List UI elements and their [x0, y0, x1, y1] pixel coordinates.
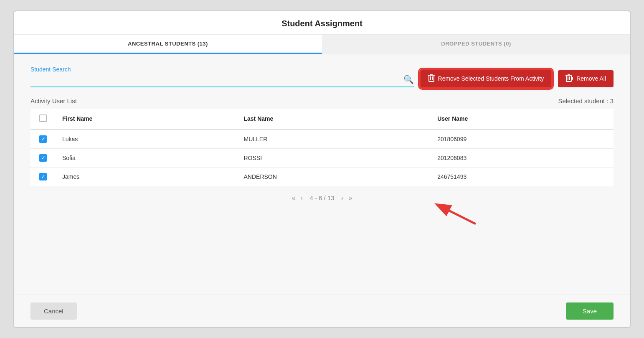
search-group: Student Search 🔍 — [30, 66, 414, 87]
pagination-range: 4 - 6 / 13 — [309, 194, 334, 201]
row-checkbox-cell: ✓ — [30, 130, 56, 149]
row-last-name: ANDERSON — [237, 167, 431, 186]
tab-ancestral-students[interactable]: ANCESTRAL STUDENTS (13) — [14, 35, 322, 54]
table-row: ✓JamesANDERSON246751493 — [30, 167, 614, 186]
content-area: Student Search 🔍 Remove Selected Student… — [14, 54, 630, 295]
row-checkbox-cell: ✓ — [30, 167, 56, 186]
search-label: Student Search — [30, 66, 414, 73]
remove-selected-button[interactable]: Remove Selected Students From Activity — [421, 70, 552, 87]
pagination: « ‹ 4 - 6 / 13 › » — [30, 186, 614, 206]
save-button[interactable]: Save — [566, 302, 614, 320]
row-checkbox[interactable]: ✓ — [39, 173, 47, 180]
list-header-row: Activity User List Selected student : 3 — [30, 97, 614, 104]
pagination-next[interactable]: › — [341, 194, 343, 201]
row-username: 201806099 — [431, 130, 614, 149]
row-checkbox[interactable]: ✓ — [39, 154, 47, 162]
search-icon[interactable]: 🔍 — [403, 74, 414, 84]
table-row: ✓SofiaROSSI201206083 — [30, 148, 614, 167]
remove-all-button[interactable]: Remove All — [558, 70, 614, 87]
list-title: Activity User List — [30, 97, 77, 104]
modal-footer: Cancel Save — [14, 295, 630, 327]
pagination-last[interactable]: » — [349, 194, 352, 201]
col-last-name: Last Name — [237, 109, 431, 130]
row-last-name: MULLER — [237, 130, 431, 149]
pagination-prev[interactable]: ‹ — [301, 194, 303, 201]
row-checkbox-cell: ✓ — [30, 148, 56, 167]
svg-rect-2 — [571, 79, 573, 80]
student-table-wrapper: First Name Last Name User Name ✓LukasMUL… — [30, 109, 614, 186]
row-first-name: Lukas — [56, 130, 237, 149]
search-input[interactable] — [30, 74, 403, 85]
remove-all-icon — [565, 74, 573, 83]
tab-dropped-students[interactable]: DROPPED STUDENTS (0) — [322, 35, 630, 54]
row-first-name: James — [56, 167, 237, 186]
svg-rect-0 — [571, 77, 573, 78]
remove-selected-icon — [428, 74, 435, 83]
selected-count: Selected student : 3 — [558, 97, 614, 104]
svg-rect-1 — [571, 78, 573, 79]
tabs-container: ANCESTRAL STUDENTS (13) DROPPED STUDENTS… — [14, 35, 630, 54]
row-username: 246751493 — [431, 167, 614, 186]
col-first-name: First Name — [56, 109, 237, 130]
search-row: Student Search 🔍 Remove Selected Student… — [30, 66, 614, 87]
col-username: User Name — [431, 109, 614, 130]
modal-container: Student Assignment ANCESTRAL STUDENTS (1… — [13, 10, 631, 328]
col-checkbox — [30, 109, 56, 130]
modal-title: Student Assignment — [14, 11, 630, 35]
table-header-row: First Name Last Name User Name — [30, 109, 614, 130]
student-table: First Name Last Name User Name ✓LukasMUL… — [30, 109, 614, 186]
select-all-checkbox[interactable] — [39, 114, 47, 122]
remove-all-label: Remove All — [576, 75, 606, 82]
row-first-name: Sofia — [56, 148, 237, 167]
pagination-first[interactable]: « — [292, 194, 295, 201]
search-input-wrapper: 🔍 — [30, 74, 414, 87]
row-username: 201206083 — [431, 148, 614, 167]
row-last-name: ROSSI — [237, 148, 431, 167]
row-checkbox[interactable]: ✓ — [39, 135, 47, 143]
table-row: ✓LukasMULLER201806099 — [30, 130, 614, 149]
remove-selected-label: Remove Selected Students From Activity — [438, 75, 544, 82]
cancel-button[interactable]: Cancel — [30, 302, 77, 320]
